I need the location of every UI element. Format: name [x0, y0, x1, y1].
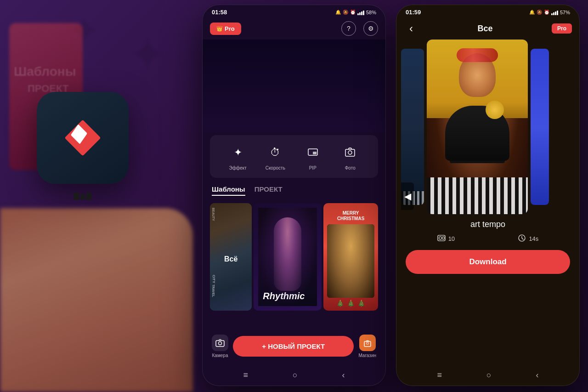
phone1-android-nav: ≡ ○ ‹	[203, 364, 385, 386]
art-tempo-title: art tempo	[406, 220, 570, 229]
phone1-time: 01:58	[212, 9, 227, 16]
phone2-status-bar: 01:59 🔔 🔕 ⏰ 57%	[396, 5, 579, 17]
brand-logo	[74, 188, 92, 200]
svg-rect-10	[442, 237, 444, 239]
home-nav-btn-2[interactable]: ○	[486, 370, 492, 380]
duration-value: 14s	[529, 235, 538, 242]
speed-label: Скорость	[266, 165, 285, 170]
app-icon-container	[37, 92, 129, 184]
mute-icon: 🔕	[343, 10, 348, 15]
camera-label: Камера	[212, 353, 228, 358]
phone1: 01:58 🔔 🔕 ⏰ 58% 👑 Pro ? ⚙	[202, 5, 386, 386]
back-arrow-icon: ‹	[409, 22, 413, 35]
header-icons: ? ⚙	[341, 21, 378, 36]
alarm-icon-2: ⏰	[544, 10, 549, 15]
duration-stat: 14s	[518, 234, 538, 244]
art-tempo-stats: 10 14s	[406, 234, 570, 244]
gear-icon: ⚙	[368, 25, 374, 32]
mute-icon-2: 🔕	[537, 10, 542, 15]
store-nav-item[interactable]: Магазин	[358, 335, 376, 358]
alarm-icon: ⏰	[350, 10, 356, 15]
phone2-time: 01:59	[406, 9, 421, 16]
phone1-status-icons: 🔔 🔕 ⏰ 58%	[335, 10, 376, 15]
phone2: 01:59 🔔 🔕 ⏰ 57% ‹ Все Pro	[396, 5, 580, 386]
pip-icon	[303, 142, 323, 163]
question-icon: ?	[347, 25, 351, 32]
phone2-android-nav: ≡ ○ ‹	[396, 364, 579, 386]
pro-label: Pro	[225, 25, 235, 32]
woman-photo	[427, 40, 528, 214]
pro-label-2: Pro	[557, 25, 566, 32]
svg-rect-9	[439, 237, 441, 239]
home-nav-btn[interactable]: ○	[293, 370, 298, 380]
christmas-image	[327, 224, 374, 298]
photo-label: Фото	[345, 165, 356, 170]
tab-templates[interactable]: Шаблоны	[212, 185, 245, 196]
signal-icon	[357, 10, 364, 15]
effect-label: Эффект	[229, 165, 247, 170]
crown-icon: 👑	[216, 26, 223, 32]
phone2-status-icons: 🔔 🔕 ⏰ 57%	[529, 10, 570, 15]
photo-icon	[340, 142, 360, 163]
download-button[interactable]: Download	[406, 250, 570, 274]
camera-nav-item[interactable]: Камера	[212, 335, 228, 358]
battery-icon-2: 57%	[560, 10, 570, 15]
menu-nav-btn-2[interactable]: ≡	[437, 370, 442, 380]
pro-badge[interactable]: 👑 Pro	[210, 23, 241, 35]
back-nav-btn-2[interactable]: ‹	[536, 370, 539, 380]
phone1-status-bar: 01:58 🔔 🔕 ⏰ 58%	[203, 5, 385, 17]
back-button[interactable]: ‹	[404, 21, 418, 36]
svg-rect-1	[313, 152, 317, 154]
signal-icon-2	[551, 10, 558, 15]
clips-count: 10	[448, 235, 455, 242]
speed-icon: ⏱	[265, 142, 285, 163]
clips-stat: 10	[437, 234, 455, 244]
svg-point-5	[219, 342, 222, 345]
svg-point-3	[348, 151, 352, 154]
thumbnails-scroll[interactable]	[396, 40, 579, 214]
app-icon	[37, 92, 129, 184]
christmas-label: MERRY CHRISTMAS	[327, 207, 374, 222]
settings-icon-btn[interactable]: ⚙	[363, 21, 378, 36]
duration-icon	[518, 234, 526, 244]
thumb-main[interactable]	[427, 40, 528, 214]
help-icon-btn[interactable]: ?	[341, 21, 356, 36]
back-nav-btn[interactable]: ‹	[342, 370, 345, 380]
template-rhythmic[interactable]: Rhythmic	[254, 203, 322, 311]
effect-icon: ✦	[228, 142, 248, 163]
art-tempo-section: art tempo 10	[396, 214, 579, 279]
bg-star-2: ✦	[129, 28, 167, 81]
thumb-partial-right[interactable]	[531, 49, 549, 205]
feature-speed[interactable]: ⏱ Скорость	[265, 142, 285, 170]
store-label: Магазин	[358, 353, 376, 358]
tab-project[interactable]: ПРОЕКТ	[254, 185, 283, 196]
template-all[interactable]: CITY TRAVEL BEAUTY Всё	[210, 203, 252, 311]
phone2-title: Все	[477, 24, 492, 34]
bg-text-1: Шаблоны	[14, 64, 76, 79]
all-label: Всё	[224, 255, 237, 263]
battery-icon: 58%	[366, 10, 376, 15]
tabs-row: Шаблоны ПРОЕКТ	[203, 182, 385, 199]
new-project-button[interactable]: + НОВЫЙ ПРОЕКТ	[233, 336, 354, 357]
scroll-arrow[interactable]: ◀	[401, 182, 414, 210]
pro-badge-2[interactable]: Pro	[552, 23, 572, 34]
bottom-nav: Камера + НОВЫЙ ПРОЕКТ Магазин	[203, 330, 385, 363]
bg-cat-image	[0, 208, 193, 392]
template-christmas[interactable]: MERRY CHRISTMAS 🎄 🎄 🎄	[323, 203, 378, 311]
store-icon	[359, 335, 376, 351]
bell-icon-2: 🔔	[529, 10, 535, 15]
bell-icon: 🔔	[335, 10, 341, 15]
clips-icon	[437, 234, 446, 244]
feature-pip[interactable]: PIP	[303, 142, 323, 170]
thumb-small-left[interactable]	[401, 49, 424, 205]
phone1-header: 👑 Pro ? ⚙	[203, 17, 385, 40]
camera-icon	[212, 335, 228, 351]
feature-photo[interactable]: Фото	[340, 142, 360, 170]
video-preview	[203, 40, 385, 131]
feature-effect[interactable]: ✦ Эффект	[228, 142, 248, 170]
templates-grid: CITY TRAVEL BEAUTY Всё Rhythmic MERRY CH…	[203, 199, 385, 314]
feature-icons-row: ✦ Эффект ⏱ Скорость PIP	[210, 135, 378, 178]
menu-nav-btn[interactable]: ≡	[243, 370, 248, 380]
pip-label: PIP	[309, 165, 317, 170]
phone2-header: ‹ Все Pro	[396, 17, 579, 40]
